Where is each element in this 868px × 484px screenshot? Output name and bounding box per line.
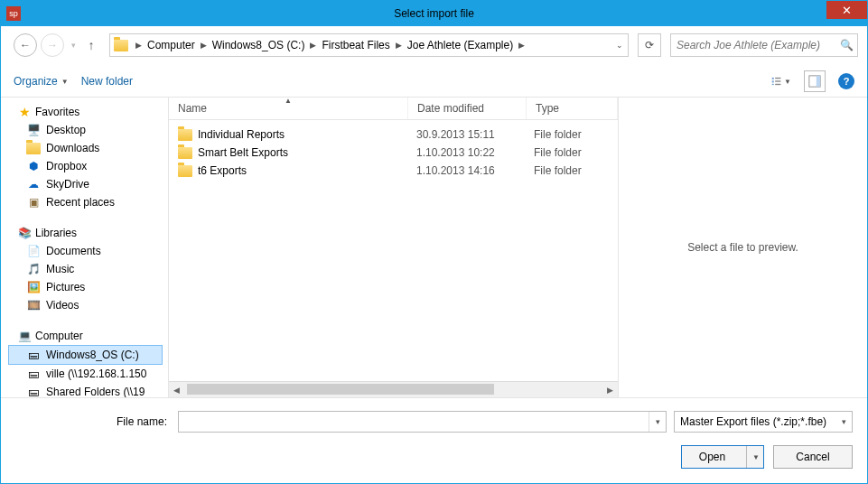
- refresh-button[interactable]: ⟳: [638, 33, 661, 57]
- sidebar-item-videos[interactable]: 🎞️Videos: [8, 296, 168, 314]
- new-folder-button[interactable]: New folder: [81, 75, 133, 88]
- list-item[interactable]: Smart Belt Exports 1.10.2013 10:22 File …: [169, 144, 618, 162]
- organize-button[interactable]: Organize ▼: [14, 75, 69, 88]
- file-list[interactable]: Individual Reports 30.9.2013 15:11 File …: [169, 120, 618, 381]
- file-name: Smart Belt Exports: [198, 146, 288, 159]
- list-item[interactable]: t6 Exports 1.10.2013 14:16 File folder: [169, 162, 618, 180]
- chevron-right-icon[interactable]: ▶: [515, 41, 528, 50]
- file-name: t6 Exports: [198, 164, 247, 177]
- recent-locations-dropdown[interactable]: ▾: [68, 41, 79, 50]
- sidebar-item-shared-folders[interactable]: 🖴Shared Folders (\\19: [8, 383, 168, 397]
- filetype-select[interactable]: Master Export files (*.zip;*.fbe) ▾: [674, 411, 853, 433]
- sidebar-item-recent-places[interactable]: ▣Recent places: [8, 193, 168, 211]
- sidebar-item-dropbox[interactable]: ⬢Dropbox: [8, 157, 168, 175]
- documents-icon: 📄: [26, 244, 41, 258]
- sidebar-head-libraries[interactable]: ▷ 📚 Libraries: [8, 224, 168, 242]
- svg-rect-2: [772, 84, 774, 85]
- sidebar-group-libraries: ▷ 📚 Libraries 📄Documents 🎵Music 🖼️Pictur…: [8, 224, 168, 314]
- svg-rect-0: [772, 78, 774, 79]
- organize-label: Organize: [14, 75, 58, 88]
- sidebar-head-computer[interactable]: ▷ 💻 Computer: [8, 327, 168, 345]
- breadcrumb-item[interactable]: Windows8_OS (C:): [210, 39, 307, 51]
- column-type[interactable]: Type: [527, 98, 618, 119]
- network-drive-icon: 🖴: [26, 385, 41, 397]
- sidebar-item-label: Recent places: [46, 196, 115, 209]
- search-input[interactable]: [675, 38, 840, 52]
- sidebar-label: Favorites: [35, 106, 79, 118]
- column-label: Date modified: [417, 102, 484, 115]
- filename-row: File name: ▾ Master Export files (*.zip;…: [15, 411, 853, 433]
- search-icon[interactable]: 🔍: [840, 39, 854, 51]
- forward-button[interactable]: →: [41, 33, 64, 57]
- help-button[interactable]: ?: [838, 73, 854, 89]
- sidebar-item-label: Downloads: [46, 142, 99, 154]
- sidebar-item-documents[interactable]: 📄Documents: [8, 242, 168, 260]
- sidebar-item-desktop[interactable]: 🖥️Desktop: [8, 121, 168, 139]
- libraries-icon: 📚: [17, 226, 32, 240]
- breadcrumb-item[interactable]: Computer: [145, 39, 197, 51]
- sidebar-label: Libraries: [35, 227, 77, 239]
- location-icon: [114, 38, 128, 52]
- file-dialog-window: sp Select import file ✕ ← → ▾ ↑ ▶ Comput…: [0, 0, 868, 484]
- sidebar-item-network-ville[interactable]: 🖴ville (\\192.168.1.150: [8, 365, 168, 383]
- nav-row: ← → ▾ ↑ ▶ Computer ▶ Windows8_OS (C:) ▶ …: [1, 26, 867, 60]
- column-date-modified[interactable]: Date modified: [408, 98, 527, 119]
- column-name[interactable]: Name ▲: [169, 98, 408, 119]
- file-type: File folder: [525, 146, 615, 159]
- back-button[interactable]: ←: [14, 33, 37, 57]
- bottom-panel: File name: ▾ Master Export files (*.zip;…: [1, 397, 867, 483]
- cancel-button[interactable]: Cancel: [773, 445, 853, 469]
- breadcrumb-item[interactable]: Firstbeat Files: [320, 39, 391, 51]
- drive-icon: 🖴: [26, 348, 41, 362]
- navigation-pane[interactable]: ▷ ★ Favorites 🖥️Desktop Downloads ⬢Dropb…: [1, 98, 169, 397]
- scroll-thumb[interactable]: [187, 384, 494, 395]
- sidebar-item-pictures[interactable]: 🖼️Pictures: [8, 278, 168, 296]
- chevron-right-icon[interactable]: ▶: [197, 41, 210, 50]
- up-button[interactable]: ↑: [82, 36, 100, 54]
- sidebar-head-favorites[interactable]: ▷ ★ Favorites: [8, 103, 168, 121]
- list-item[interactable]: Individual Reports 30.9.2013 15:11 File …: [169, 126, 618, 144]
- file-date: 1.10.2013 10:22: [407, 146, 525, 159]
- sidebar-item-drive-c[interactable]: 🖴Windows8_OS (C:): [8, 345, 163, 365]
- breadcrumb-item[interactable]: Joe Athlete (Example): [406, 39, 515, 51]
- sidebar-item-skydrive[interactable]: ☁SkyDrive: [8, 175, 168, 193]
- skydrive-icon: ☁: [26, 177, 41, 191]
- preview-pane: Select a file to preview.: [618, 98, 867, 397]
- expand-icon: ▷: [8, 108, 14, 116]
- sidebar-label: Computer: [35, 330, 83, 342]
- preview-pane-button[interactable]: [804, 70, 826, 92]
- svg-rect-4: [775, 80, 780, 81]
- horizontal-scrollbar[interactable]: ◀ ▶: [169, 381, 618, 397]
- folder-icon: [178, 165, 192, 177]
- sidebar-item-label: Pictures: [46, 281, 85, 293]
- filename-dropdown[interactable]: ▾: [649, 412, 666, 432]
- sort-ascending-icon: ▲: [285, 98, 292, 105]
- dropbox-icon: ⬢: [26, 159, 41, 173]
- view-options-button[interactable]: ▼: [771, 71, 791, 91]
- pictures-icon: 🖼️: [26, 280, 41, 294]
- breadcrumb-bar[interactable]: ▶ Computer ▶ Windows8_OS (C:) ▶ Firstbea…: [109, 33, 629, 57]
- sidebar-group-computer: ▷ 💻 Computer 🖴Windows8_OS (C:) 🖴ville (\…: [8, 327, 168, 397]
- scroll-right-icon[interactable]: ▶: [602, 382, 618, 397]
- breadcrumb-dropdown[interactable]: ⌄: [611, 41, 628, 50]
- chevron-right-icon[interactable]: ▶: [392, 41, 406, 50]
- file-date: 1.10.2013 14:16: [407, 164, 525, 177]
- filename-combobox[interactable]: ▾: [178, 411, 667, 433]
- sidebar-group-favorites: ▷ ★ Favorites 🖥️Desktop Downloads ⬢Dropb…: [8, 103, 168, 211]
- file-date: 30.9.2013 15:11: [407, 128, 525, 141]
- filename-input[interactable]: [179, 412, 649, 432]
- chevron-right-icon[interactable]: ▶: [306, 41, 320, 50]
- chevron-right-icon[interactable]: ▶: [132, 41, 145, 50]
- search-box[interactable]: 🔍: [670, 33, 858, 57]
- scroll-left-icon[interactable]: ◀: [169, 382, 184, 397]
- sidebar-item-downloads[interactable]: Downloads: [8, 139, 168, 157]
- folder-icon: [178, 147, 192, 159]
- close-button[interactable]: ✕: [826, 1, 867, 19]
- window-title: Select import file: [1, 7, 867, 20]
- sidebar-item-music[interactable]: 🎵Music: [8, 260, 168, 278]
- filetype-label: Master Export files (*.zip;*.fbe): [680, 415, 826, 428]
- open-button[interactable]: Open ▼: [681, 445, 764, 469]
- svg-rect-3: [775, 78, 780, 79]
- open-label: Open: [682, 451, 742, 463]
- open-split-icon[interactable]: ▼: [746, 446, 760, 468]
